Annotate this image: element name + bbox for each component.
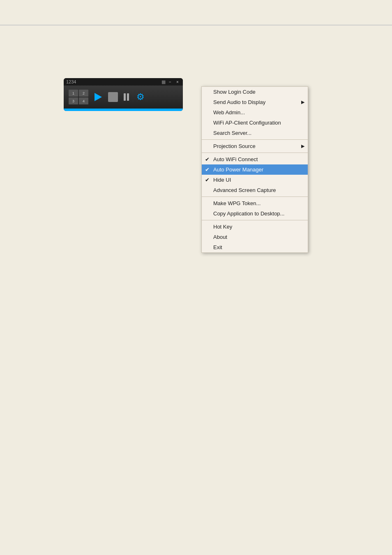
menu-item-label: About	[213, 234, 227, 240]
menu-item-label: Make WPG Token...	[213, 200, 261, 206]
menu-item-advanced-screen-capture[interactable]: Advanced Screen Capture	[202, 185, 308, 195]
pause-bar-left	[124, 93, 126, 101]
grid-icon: ▦	[161, 79, 166, 85]
gear-icon: ⚙	[136, 92, 145, 102]
player-code: 1234	[66, 79, 76, 84]
menu-item-make-wpg-token[interactable]: Make WPG Token...	[202, 198, 308, 208]
player-progress	[64, 109, 183, 111]
submenu-arrow-icon: ▶	[301, 143, 304, 149]
menu-item-label: Web Admin...	[213, 109, 245, 116]
slot-3[interactable]: 3	[69, 97, 78, 104]
menu-separator	[202, 153, 308, 153]
menu-item-hide-ui[interactable]: ✔Hide UI	[202, 175, 308, 185]
menu-item-label: Search Server...	[213, 130, 251, 136]
menu-item-label: Send Audio to Display	[213, 99, 265, 105]
menu-item-label: Advanced Screen Capture	[213, 187, 276, 193]
checkmark-icon: ✔	[205, 156, 210, 162]
player-widget: 1234 ▦ − × 1 2 3 4 ⚙	[64, 78, 183, 111]
menu-item-auto-power-manager[interactable]: ✔Auto Power Manager	[202, 164, 308, 175]
context-menu: Show Login CodeSend Audio to Display▶Web…	[201, 86, 308, 253]
menu-item-web-admin[interactable]: Web Admin...	[202, 107, 308, 118]
menu-separator	[202, 139, 308, 140]
stop-button[interactable]	[108, 92, 118, 102]
close-button[interactable]: ×	[175, 79, 180, 85]
checkmark-icon: ✔	[205, 177, 210, 183]
settings-button[interactable]: ⚙	[134, 91, 147, 103]
menu-item-label: WiFi AP-Client Configuration	[213, 120, 281, 126]
slot-4[interactable]: 4	[79, 97, 88, 104]
menu-item-label: Show Login Code	[213, 89, 256, 95]
menu-separator	[202, 197, 308, 197]
menu-item-label: Copy Application to Desktop...	[213, 210, 284, 217]
top-border	[0, 25, 392, 25]
menu-item-label: Hide UI	[213, 177, 231, 183]
slot-1[interactable]: 1	[69, 90, 78, 97]
play-icon	[95, 93, 102, 101]
pause-bar-right	[127, 93, 129, 101]
menu-separator	[202, 220, 308, 220]
minimize-button[interactable]: −	[167, 79, 173, 85]
menu-item-label: Auto WiFi Connect	[213, 156, 258, 162]
menu-item-label: Hot Key	[213, 224, 232, 230]
pause-button[interactable]	[121, 92, 131, 102]
play-button[interactable]	[92, 90, 105, 104]
checkmark-icon: ✔	[205, 166, 210, 173]
menu-item-wifi-ap-client[interactable]: WiFi AP-Client Configuration	[202, 118, 308, 128]
menu-item-show-login-code[interactable]: Show Login Code	[202, 87, 308, 97]
player-controls: 1 2 3 4 ⚙	[64, 86, 183, 109]
menu-item-search-server[interactable]: Search Server...	[202, 128, 308, 138]
menu-item-auto-wifi-connect[interactable]: ✔Auto WiFi Connect	[202, 154, 308, 164]
menu-item-hot-key[interactable]: Hot Key	[202, 222, 308, 232]
menu-item-about[interactable]: About	[202, 232, 308, 242]
menu-item-label: Auto Power Manager	[213, 166, 263, 173]
player-titlebar: 1234 ▦ − ×	[64, 78, 183, 86]
submenu-arrow-icon: ▶	[301, 99, 304, 105]
menu-item-exit[interactable]: Exit	[202, 242, 308, 252]
menu-item-send-audio-display[interactable]: Send Audio to Display▶	[202, 97, 308, 107]
slot-grid: 1 2 3 4	[69, 90, 88, 104]
menu-item-label: Projection Source	[213, 143, 256, 149]
menu-item-projection-source[interactable]: Projection Source▶	[202, 141, 308, 151]
menu-item-copy-application-desktop[interactable]: Copy Application to Desktop...	[202, 208, 308, 219]
slot-2[interactable]: 2	[79, 90, 88, 97]
menu-item-label: Exit	[213, 244, 222, 250]
